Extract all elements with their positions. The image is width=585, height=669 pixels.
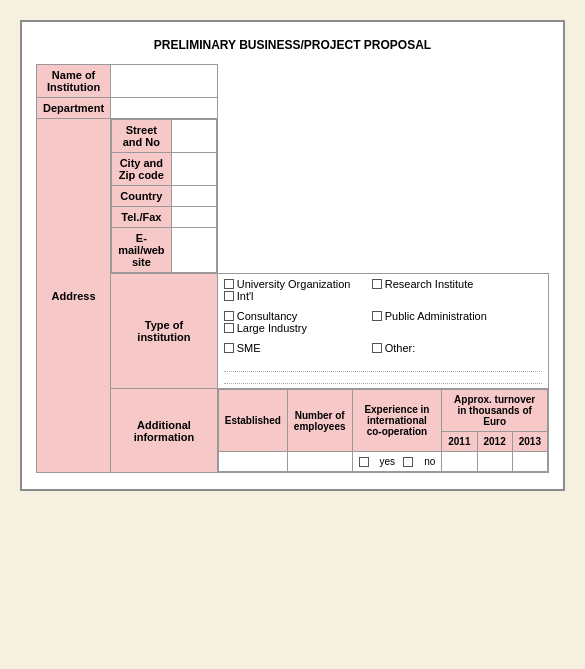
established-input[interactable] <box>218 452 287 472</box>
country-row: Country <box>112 186 217 207</box>
other-label: Other: <box>385 342 416 354</box>
address-label: Address <box>37 119 111 473</box>
university-checkbox[interactable] <box>224 279 234 289</box>
name-row: Name of Institution <box>37 65 549 98</box>
no-checkbox[interactable] <box>403 457 413 467</box>
yes-no-row: yes no <box>359 456 436 467</box>
other-option[interactable]: Other: <box>372 342 502 354</box>
street-label: Street and No <box>112 120 171 153</box>
street-row: Street and No <box>112 120 217 153</box>
type-row-1: University Organization Research Institu… <box>224 278 542 302</box>
address-fields: Street and No City and Zip code Country … <box>111 119 218 274</box>
research-label: Research Institute <box>385 278 474 290</box>
additional-cell: Established Number of employees Experien… <box>217 389 548 473</box>
turnover-header: Approx. turnover in thousands of Euro <box>442 390 548 432</box>
sme-option[interactable]: SME <box>224 342 354 354</box>
other-checkbox[interactable] <box>372 343 382 353</box>
type-label: Type of institution <box>111 274 218 389</box>
department-label: Department <box>37 98 111 119</box>
type-row-2: Consultancy Public Administration Large … <box>224 310 542 334</box>
university-option[interactable]: University Organization <box>224 278 354 290</box>
address-inner-table: Street and No City and Zip code Country … <box>111 119 217 273</box>
page: PRELIMINARY BUSINESS/PROJECT PROPOSAL Na… <box>20 20 565 491</box>
city-label: City and Zip code <box>112 153 171 186</box>
dotted-divider <box>224 362 542 372</box>
country-input[interactable] <box>171 186 216 207</box>
research-checkbox[interactable] <box>372 279 382 289</box>
additional-row: Additional information Established Numbe… <box>37 389 549 473</box>
department-input[interactable] <box>111 98 218 119</box>
email-label: E-mail/web site <box>112 228 171 273</box>
consultancy-option[interactable]: Consultancy <box>224 310 354 322</box>
employees-input[interactable] <box>287 452 352 472</box>
intl-checkbox[interactable] <box>224 291 234 301</box>
large-industry-checkbox[interactable] <box>224 323 234 333</box>
large-industry-label: Large Industry <box>237 322 307 334</box>
year-2012: 2012 <box>477 432 512 452</box>
sme-checkbox[interactable] <box>224 343 234 353</box>
city-input[interactable] <box>171 153 216 186</box>
type-row: Type of institution University Organizat… <box>37 274 549 389</box>
type-options-cell: University Organization Research Institu… <box>217 274 548 389</box>
sme-label: SME <box>237 342 261 354</box>
main-table: Name of Institution Department Address S… <box>36 64 549 473</box>
city-row: City and Zip code <box>112 153 217 186</box>
no-label: no <box>424 456 435 467</box>
department-row: Department <box>37 98 549 119</box>
yes-checkbox[interactable] <box>359 457 369 467</box>
university-label: University Organization <box>237 278 351 290</box>
large-industry-option[interactable]: Large Industry <box>224 322 354 334</box>
year-2013: 2013 <box>512 432 547 452</box>
tel-row: Tel./Fax <box>112 207 217 228</box>
additional-inner-table: Established Number of employees Experien… <box>218 389 548 472</box>
research-option[interactable]: Research Institute <box>372 278 502 290</box>
additional-header-row: Established Number of employees Experien… <box>218 390 547 432</box>
page-title: PRELIMINARY BUSINESS/PROJECT PROPOSAL <box>36 38 549 52</box>
address-row: Address Street and No City and Zip code … <box>37 119 549 274</box>
additional-data-row: yes no <box>218 452 547 472</box>
employees-header: Number of employees <box>287 390 352 452</box>
additional-label: Additional information <box>111 389 218 473</box>
consultancy-checkbox[interactable] <box>224 311 234 321</box>
turnover-2011-input[interactable] <box>442 452 477 472</box>
tel-input[interactable] <box>171 207 216 228</box>
country-label: Country <box>112 186 171 207</box>
public-admin-checkbox[interactable] <box>372 311 382 321</box>
consultancy-label: Consultancy <box>237 310 298 322</box>
public-admin-label: Public Administration <box>385 310 487 322</box>
intl-label: Int'l <box>237 290 254 302</box>
turnover-2012-input[interactable] <box>477 452 512 472</box>
street-input[interactable] <box>171 120 216 153</box>
experience-cell: yes no <box>352 452 442 472</box>
turnover-2013-input[interactable] <box>512 452 547 472</box>
year-2011: 2011 <box>442 432 477 452</box>
established-header: Established <box>218 390 287 452</box>
yes-label: yes <box>380 456 396 467</box>
name-label: Name of Institution <box>37 65 111 98</box>
experience-header: Experience in international co-operation <box>352 390 442 452</box>
public-admin-option[interactable]: Public Administration <box>372 310 502 322</box>
intl-option[interactable]: Int'l <box>224 290 354 302</box>
type-row-3: SME Other: <box>224 342 542 354</box>
email-input[interactable] <box>171 228 216 273</box>
tel-label: Tel./Fax <box>112 207 171 228</box>
name-input[interactable] <box>111 65 218 98</box>
dotted-divider-2 <box>224 374 542 384</box>
email-row: E-mail/web site <box>112 228 217 273</box>
